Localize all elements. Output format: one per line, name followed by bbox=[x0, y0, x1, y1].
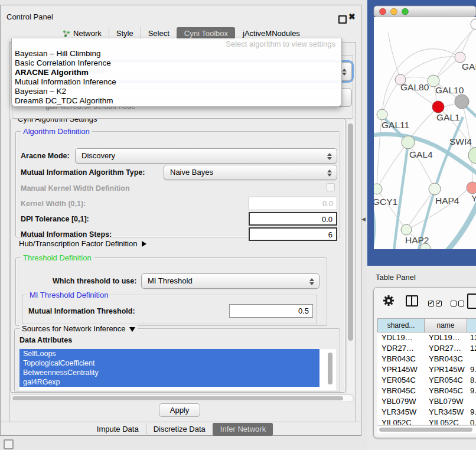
algorithm-option[interactable]: Mutual Information Inference bbox=[12, 77, 341, 87]
attribute-list-item[interactable]: gal4RGexp bbox=[19, 377, 319, 387]
select-all-checkbox-icon[interactable] bbox=[428, 298, 444, 309]
table-row[interactable]: YBR043CYBR043C bbox=[377, 354, 476, 364]
table-body: YDL19…YDL19…13YDR27…YDR27…12YBR043CYBR04… bbox=[377, 332, 476, 425]
sources-group-title[interactable]: Sources for Network Inference bbox=[19, 324, 138, 333]
aracne-mode-label: Aracne Mode: bbox=[21, 152, 70, 160]
data-attributes-list[interactable]: SelfLoopsTopologicalCoefficientBetweenne… bbox=[19, 349, 336, 390]
hub-definition-expander[interactable]: Hub/Transcription Factor Definition bbox=[19, 239, 146, 248]
table-cell: YBR045C bbox=[377, 386, 425, 396]
aracne-mode-select[interactable]: Discovery bbox=[75, 148, 337, 164]
table-cell bbox=[467, 354, 476, 364]
network-node[interactable] bbox=[432, 101, 444, 113]
column-header[interactable]: shared... bbox=[377, 318, 425, 332]
table-panel: Table Panel shared...name bbox=[367, 266, 476, 450]
document-icon[interactable] bbox=[467, 294, 476, 309]
settings-group-title: Cyni Algorithm Settings bbox=[15, 119, 99, 123]
network-node-label: GAL11 bbox=[382, 120, 409, 130]
algorithm-option[interactable]: Bayesian – K2 bbox=[12, 87, 341, 96]
kernel-width-input[interactable]: 0.0 bbox=[249, 197, 337, 210]
table-row[interactable]: YBR045CYBR045C9. bbox=[377, 386, 476, 396]
tab-impute-data[interactable]: Impute Data bbox=[90, 423, 146, 436]
network-node[interactable] bbox=[467, 182, 476, 194]
mi-steps-input[interactable]: 6 bbox=[249, 227, 337, 241]
network-node[interactable] bbox=[402, 136, 415, 149]
cyni-algorithm-settings-group: Cyni Algorithm Settings Algorithm Defini… bbox=[10, 119, 345, 393]
tab-infer-network[interactable]: Infer Network bbox=[213, 423, 273, 436]
splitter-collapse-icon[interactable]: ◀ bbox=[361, 216, 366, 222]
tab-label: Discretize Data bbox=[154, 425, 206, 434]
network-node[interactable] bbox=[429, 183, 441, 195]
column-header[interactable]: name bbox=[425, 318, 467, 332]
table-horizontal-scrollbar[interactable] bbox=[377, 425, 476, 433]
attribute-list-item[interactable]: BetweennessCentrality bbox=[19, 368, 319, 377]
table-cell: YIL052C bbox=[425, 418, 467, 425]
network-node-label: GAL80 bbox=[400, 82, 429, 92]
minimize-traffic-light[interactable] bbox=[391, 8, 397, 15]
scrollbar-thumb[interactable] bbox=[379, 428, 472, 432]
close-icon[interactable]: ✖ bbox=[348, 12, 356, 21]
dropdown-placeholder: Select algorithm to view settings bbox=[12, 38, 341, 49]
minimized-panel-icon[interactable] bbox=[4, 439, 14, 449]
table-row[interactable]: YER054CYER054C8. bbox=[377, 375, 476, 386]
dpi-tolerance-label: DPI Tolerance [0,1]: bbox=[21, 215, 89, 223]
settings-vertical-scrollbar[interactable] bbox=[346, 120, 354, 393]
which-threshold-select[interactable]: MI Threshold bbox=[141, 273, 319, 289]
tab-label: Style bbox=[116, 29, 133, 38]
float-window-icon[interactable] bbox=[338, 15, 347, 24]
table-row[interactable]: YBL079WYBL079W bbox=[377, 396, 476, 407]
table-row[interactable]: YDR27…YDR27…12 bbox=[377, 343, 476, 354]
table-row[interactable]: YDL19…YDL19…13 bbox=[377, 332, 476, 343]
column-header[interactable] bbox=[467, 318, 476, 332]
table-cell: YER054C bbox=[377, 375, 425, 386]
aracne-mode-value: Discovery bbox=[81, 151, 115, 160]
mi-algorithm-type-label: Mutual Information Algorithm Type: bbox=[21, 168, 145, 177]
table-cell: YDL19… bbox=[377, 332, 425, 343]
table-cell: 12 bbox=[467, 343, 476, 354]
scrollbar-thumb[interactable] bbox=[348, 123, 353, 341]
mi-algorithm-type-select[interactable]: Naive Bayes bbox=[164, 165, 337, 180]
manual-kernel-width-checkbox[interactable] bbox=[327, 183, 335, 191]
settings-horizontal-scrollbar[interactable] bbox=[10, 394, 354, 402]
network-node[interactable] bbox=[455, 94, 469, 109]
algorithm-option[interactable]: Dream8 DC_TDC Algorithm bbox=[12, 96, 341, 106]
zoom-traffic-light[interactable] bbox=[402, 8, 409, 15]
network-node-label: GCY1 bbox=[373, 197, 397, 207]
algorithm-option[interactable]: ARACNE Algorithm bbox=[12, 68, 341, 77]
screen: Control Panel ✖ NetworkStyleSelectCyni T… bbox=[0, 0, 476, 450]
close-traffic-light[interactable] bbox=[380, 8, 386, 15]
table-row[interactable]: YLR345WYLR345W9. bbox=[377, 407, 476, 418]
table-cell: YLR345W bbox=[425, 407, 467, 418]
apply-button[interactable]: Apply bbox=[159, 403, 200, 417]
network-node[interactable] bbox=[377, 109, 387, 120]
network-node-label: GAL1 bbox=[436, 112, 460, 122]
attribute-list-item[interactable]: SelfLoops bbox=[19, 349, 319, 358]
threshold-definition-group: Threshold Definition Which threshold to … bbox=[15, 257, 327, 326]
table-row[interactable]: YIL052CYIL052C0. bbox=[377, 418, 476, 425]
algorithm-option[interactable]: Basic Correlation Inference bbox=[12, 58, 341, 68]
mi-steps-label: Mutual Information Steps: bbox=[21, 230, 112, 239]
network-node[interactable] bbox=[401, 224, 412, 235]
network-view-svg[interactable]: GALGAL80GAL10GAL1GAL11SWI4GAL4GCY1HAP4YH… bbox=[367, 0, 476, 266]
table-row[interactable]: YPR145WYPR145W9. bbox=[377, 364, 476, 375]
table-cell: YBL079W bbox=[425, 396, 467, 407]
kernel-width-label: Kernel Width (0,1): bbox=[21, 200, 86, 208]
column-view-icon[interactable] bbox=[406, 295, 418, 306]
deselect-all-checkbox-icon[interactable] bbox=[451, 298, 466, 309]
mi-threshold-input[interactable]: 0.5 bbox=[229, 304, 313, 318]
gear-icon[interactable] bbox=[382, 294, 395, 309]
network-node-label: HAP2 bbox=[405, 235, 429, 245]
table-cell: YER054C bbox=[425, 375, 467, 386]
manual-kernel-width-label: Manual Kernel Width Definition bbox=[21, 184, 130, 193]
table-cell: YPR145W bbox=[377, 364, 425, 375]
table-cell: YDR27… bbox=[377, 343, 425, 354]
network-node-label: Y bbox=[471, 193, 476, 203]
dpi-tolerance-input[interactable]: 0.0 bbox=[249, 212, 337, 226]
network-node-label: GAL4 bbox=[409, 149, 433, 159]
network-window-titlebar[interactable] bbox=[374, 6, 476, 17]
tab-discretize-data[interactable]: Discretize Data bbox=[146, 423, 213, 436]
scrollbar-thumb[interactable] bbox=[12, 396, 343, 400]
attribute-list-item[interactable]: TopologicalCoefficient bbox=[19, 358, 319, 368]
table-cell: 9. bbox=[467, 407, 476, 418]
list-scrollbar-thumb[interactable] bbox=[328, 353, 332, 384]
algorithm-option[interactable]: Bayesian – Hill Climbing bbox=[12, 49, 341, 58]
